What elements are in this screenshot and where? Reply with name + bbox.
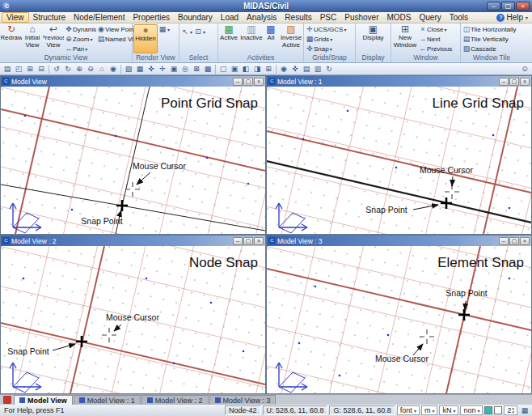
tile-horizontally-button[interactable]: ◫ Tile Horizontally [462, 24, 521, 34]
menu-item-query[interactable]: Query [416, 12, 445, 23]
toolbar-icon[interactable]: ◰ [13, 64, 24, 74]
previous-view-button[interactable]: ↩ Previous View [43, 24, 64, 53]
menu-item-node-element[interactable]: Node/Element [70, 12, 129, 23]
toolbar-icon[interactable]: ▤ [2, 64, 13, 74]
select-window-button[interactable]: ⊡ ▾ [193, 27, 206, 36]
window-minimize-button[interactable]: – [487, 2, 500, 11]
menu-item-pushover[interactable]: Pushover [340, 12, 382, 23]
toolbar-icon[interactable]: ✜ [289, 64, 301, 74]
tab-model-view-1[interactable]: Model View : 1 [74, 395, 141, 405]
minimize-button[interactable]: – [233, 237, 243, 245]
toolbar-icon[interactable]: ✜ [146, 64, 157, 74]
viewport-canvas[interactable]: Node Snap Mouse Cursor Snap Point [1, 246, 265, 393]
display-button[interactable]: ▣ Display [360, 24, 387, 53]
maximize-button[interactable]: ▢ [509, 78, 519, 86]
toolbar-icon[interactable]: ▧ [123, 64, 134, 74]
maximize-button[interactable]: ▢ [243, 237, 253, 245]
window-close-button[interactable]: × [516, 2, 530, 11]
menu-item-psc[interactable]: PSC [316, 12, 341, 23]
menu-item-boundary[interactable]: Boundary [174, 12, 217, 23]
close-window-button[interactable]: × Close ▾ [418, 24, 458, 34]
menu-item-analysis[interactable]: Analysis [243, 12, 281, 23]
status-grid-icon[interactable]: ▦ [519, 405, 530, 416]
color-swatch-teal[interactable] [484, 406, 492, 414]
force-unit-select[interactable]: kN ▾ [439, 405, 458, 415]
select-pick-button[interactable]: ↖ ▾ [180, 27, 193, 36]
inactive-button[interactable]: ▥ Inactive [239, 24, 264, 53]
snap-button[interactable]: ✜ Snap ▾ [305, 44, 355, 53]
zoom-button[interactable]: ⊕ Zoom ▾ [64, 34, 96, 44]
hidden-button[interactable]: ● Hidden [133, 24, 158, 53]
viewport-canvas[interactable]: Line Grid Snap Mouse Cursor Snap Point [267, 87, 531, 234]
number-format-select[interactable]: non ▾ [460, 405, 483, 415]
minimize-button[interactable]: – [499, 237, 509, 245]
color-swatch-white[interactable] [494, 406, 502, 414]
all-button[interactable]: ▩ All [264, 24, 277, 53]
viewport-titlebar[interactable]: C Model View : 1 – ▢ × [267, 76, 531, 87]
previous-window-button[interactable]: ← Previous [418, 44, 458, 53]
decimal-stepper[interactable]: 2 ▴ ▾ [504, 405, 517, 415]
toolbar-icon[interactable]: ⌂ [96, 64, 108, 74]
close-button[interactable]: × [520, 237, 530, 245]
new-window-button[interactable]: ⊞ New Window [392, 24, 418, 53]
cascade-button[interactable]: ▨ Cascade [462, 44, 521, 53]
menu-item-view[interactable]: View [2, 12, 29, 23]
toolbar-icon[interactable]: ▩ [202, 64, 213, 74]
toolbar-icon[interactable]: ↻ [62, 64, 74, 74]
toolbar-icon[interactable]: ◨ [251, 64, 263, 74]
view-point-button[interactable]: ◉ View Point ▾ [96, 24, 133, 34]
close-button[interactable]: × [254, 237, 264, 245]
named-view-button[interactable]: ▤ Named View ▾ [96, 34, 133, 44]
pin-toolbar-icon[interactable]: ⊙ [519, 64, 530, 74]
toolbar-icon[interactable]: ✛ [157, 64, 168, 74]
inverse-active-button[interactable]: ▧ Inverse Active [277, 24, 305, 53]
toolbar-icon[interactable]: ▤ [301, 64, 312, 74]
maximize-button[interactable]: ▢ [243, 78, 253, 86]
menu-item-tools[interactable]: Tools [445, 12, 472, 23]
font-select[interactable]: font ▾ [397, 405, 420, 415]
viewport-titlebar[interactable]: C Model View : 2 – ▢ × [1, 236, 265, 246]
initial-view-button[interactable]: ⌂ Initial View [22, 24, 43, 53]
tab-model-view-2[interactable]: Model View : 2 [141, 395, 209, 405]
viewport-titlebar[interactable]: C Model View – ▢ × [1, 76, 265, 87]
toolbar-icon[interactable]: ⊞ [24, 64, 36, 74]
grids-button[interactable]: ▦ Grids ▾ [305, 34, 355, 44]
toolbar-icon[interactable]: ◉ [278, 64, 289, 74]
toolbar-icon[interactable]: ⊕ [74, 64, 85, 74]
maximize-button[interactable]: ▢ [509, 237, 519, 245]
menu-item-results[interactable]: Results [281, 12, 315, 23]
toolbar-icon[interactable]: ◧ [240, 64, 251, 74]
minimize-button[interactable]: – [499, 78, 509, 86]
toolbar-icon[interactable]: ▣ [168, 64, 179, 74]
toolbar-icon[interactable]: ▣ [229, 64, 240, 74]
next-window-button[interactable]: → Next [418, 34, 458, 44]
redraw-button[interactable]: ↻ Redraw [1, 24, 22, 53]
toolbar-icon[interactable]: ⊟ [36, 64, 47, 74]
toolbar-icon[interactable]: ⊖ [85, 64, 96, 74]
help-menu[interactable]: ? Help ▾ [496, 13, 530, 22]
window-maximize-button[interactable]: ▢ [501, 2, 515, 11]
close-button[interactable]: × [520, 78, 530, 86]
minimize-button[interactable]: – [233, 78, 243, 86]
render-options-button[interactable]: ▦ ▾ [158, 24, 174, 34]
viewport-titlebar[interactable]: C Model View : 3 – ▢ × [267, 236, 531, 246]
toolbar-icon[interactable]: ↻ [323, 64, 335, 74]
viewport-canvas[interactable]: Element Snap Snap Point Mouse Cursor [267, 246, 531, 393]
model-view-red-icon[interactable] [3, 396, 11, 404]
menu-item-structure[interactable]: Structure [29, 12, 70, 23]
menu-item-mods[interactable]: MODS [383, 12, 416, 23]
tab-model-view-3[interactable]: Model View : 3 [209, 395, 277, 405]
toolbar-icon[interactable]: ▢ [217, 64, 229, 74]
dynamic-button[interactable]: ✥ Dynamic ▾ [64, 24, 96, 34]
viewport-canvas[interactable]: Point Grid Snap Mouse Cursor Snap Point [1, 87, 265, 234]
toolbar-icon[interactable]: ⊠ [191, 64, 202, 74]
length-unit-select[interactable]: m ▾ [421, 405, 438, 415]
menu-item-load[interactable]: Load [217, 12, 243, 23]
menu-item-properties[interactable]: Properties [129, 12, 174, 23]
tab-model-view[interactable]: Model View [14, 395, 73, 405]
toolbar-icon[interactable]: ◉ [108, 64, 119, 74]
pan-button[interactable]: ↔ Pan ▾ [64, 44, 96, 53]
toolbar-icon[interactable]: ⊞ [263, 64, 274, 74]
toolbar-icon[interactable]: ◎ [179, 64, 191, 74]
active-button[interactable]: ▦ Active [219, 24, 239, 53]
